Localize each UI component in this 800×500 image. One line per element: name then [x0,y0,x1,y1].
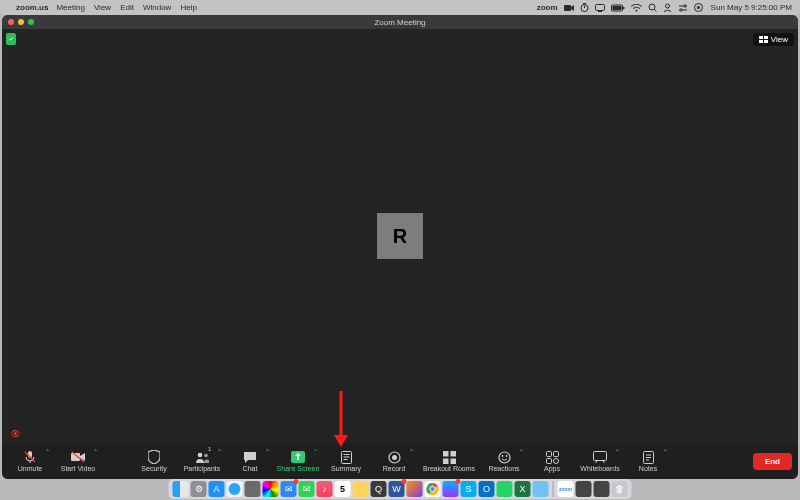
apps-button[interactable]: Apps [530,445,574,477]
security-label: Security [141,465,166,472]
dock-excel-icon[interactable]: X [515,481,531,497]
dock-settings-icon[interactable]: ⚙ [191,481,207,497]
svg-point-30 [204,454,208,458]
dock-app-icon[interactable] [594,481,610,497]
dock-mail-icon[interactable]: ✉ [281,481,297,497]
dock-notes-icon[interactable] [353,481,369,497]
svg-rect-39 [450,451,456,457]
dock-word-icon[interactable]: W [389,481,405,497]
svg-line-11 [654,9,656,11]
dock-folder-icon[interactable] [533,481,549,497]
zoom-window-title: Zoom Meeting [2,18,798,27]
reactions-button[interactable]: Reactions ⌃ [482,445,526,477]
dock-chrome-icon[interactable] [425,481,441,497]
svg-rect-41 [450,458,456,464]
chat-icon [243,450,257,464]
chevron-up-icon[interactable]: ⌃ [313,448,318,455]
svg-rect-38 [443,451,449,457]
chevron-up-icon[interactable]: ⌃ [93,448,98,455]
svg-rect-0 [564,5,571,11]
menubar-camera-icon[interactable] [564,4,574,12]
chevron-up-icon[interactable]: ⌃ [519,448,524,455]
menubar-clock[interactable]: Sun May 5 9:25:00 PM [711,3,792,12]
summary-label: Summary [331,465,361,472]
dock-quicktime-icon[interactable]: Q [371,481,387,497]
share-screen-label: Share Screen [277,465,320,472]
whiteboards-label: Whiteboards [580,465,619,472]
dock-zoom-icon[interactable]: zoom [558,481,574,497]
menubar-zoom-brand[interactable]: zoom [537,3,558,12]
whiteboards-button[interactable]: Whiteboards ⌃ [578,445,622,477]
menubar-item-edit[interactable]: Edit [120,3,134,12]
dock-finder-icon[interactable] [173,481,189,497]
chevron-up-icon[interactable]: ⌃ [663,448,668,455]
zoom-toolbar: Unmute ⌃ Start Video ⌃ Security Particip… [2,443,798,479]
menubar-wifi-icon[interactable] [631,4,642,12]
zoom-window: Zoom Meeting View R ⦿ Unmute ⌃ Start Vid… [2,15,798,479]
participant-avatar: R [377,213,423,259]
grid-icon [759,36,768,43]
dock-calendar-icon[interactable]: 5 [335,481,351,497]
dock-safari-icon[interactable] [227,481,243,497]
view-button[interactable]: View [753,33,794,46]
dock-skype-icon[interactable]: S [461,481,477,497]
participants-button[interactable]: Participants ⌃ 1 [180,445,224,477]
chevron-up-icon[interactable]: ⌃ [409,448,414,455]
dock-outlook-icon[interactable]: O [479,481,495,497]
start-video-button[interactable]: Start Video ⌃ [56,445,100,477]
summary-button[interactable]: Summary [324,445,368,477]
unmute-button[interactable]: Unmute ⌃ [8,445,52,477]
encryption-shield-icon[interactable] [6,33,16,45]
menubar-siri-icon[interactable] [694,3,703,12]
svg-rect-45 [546,451,551,456]
summary-icon [339,450,353,464]
svg-point-16 [679,8,681,10]
dock-music-icon[interactable]: ♪ [317,481,333,497]
chevron-up-icon[interactable]: ⌃ [265,448,270,455]
svg-point-48 [553,458,558,463]
menubar-item-help[interactable]: Help [180,3,196,12]
svg-rect-4 [595,4,604,10]
chevron-up-icon[interactable]: ⌃ [615,448,620,455]
apps-label: Apps [544,465,560,472]
svg-line-50 [596,461,598,463]
share-screen-button[interactable]: Share Screen ⌃ [276,445,320,477]
dock-colorwheel-icon[interactable] [263,481,279,497]
svg-point-56 [229,483,241,495]
dock-whatsapp-icon[interactable] [497,481,513,497]
zoom-video-area: View R ⦿ [2,29,798,443]
notes-button[interactable]: Notes ⌃ [626,445,670,477]
record-button[interactable]: Record ⌃ [372,445,416,477]
dock-firefox-icon[interactable] [407,481,423,497]
svg-point-43 [501,455,503,457]
menubar-battery-icon[interactable] [611,4,625,12]
svg-point-12 [665,4,669,8]
dock-messenger-icon[interactable] [443,481,459,497]
menubar-item-view[interactable]: View [94,3,111,12]
menubar-user-icon[interactable] [663,3,672,12]
chat-button[interactable]: Chat ⌃ [228,445,272,477]
chevron-up-icon[interactable]: ⌃ [45,448,50,455]
menubar-item-meeting[interactable]: Meeting [56,3,84,12]
chevron-up-icon[interactable]: ⌃ [217,448,222,455]
dock-trash-icon[interactable]: 🗑 [612,481,628,497]
end-button[interactable]: End [753,453,792,470]
security-button[interactable]: Security [132,445,176,477]
dock-preview-icon[interactable] [245,481,261,497]
zoom-titlebar: Zoom Meeting [2,15,798,29]
menubar-display-icon[interactable] [595,4,605,12]
end-button-label: End [765,457,780,466]
start-video-label: Start Video [61,465,96,472]
svg-rect-46 [553,451,558,456]
dock-appstore-icon[interactable]: A [209,481,225,497]
recording-indicator-icon: ⦿ [11,429,20,439]
menubar-app-name[interactable]: zoom.us [16,3,48,12]
menubar-control-center-icon[interactable] [678,4,688,12]
menubar-timer-icon[interactable] [580,3,589,12]
avatar-initial: R [393,225,407,248]
dock-app-icon[interactable] [576,481,592,497]
menubar-item-window[interactable]: Window [143,3,171,12]
dock-messages-icon[interactable]: ✉ [299,481,315,497]
menubar-search-icon[interactable] [648,3,657,12]
breakout-rooms-button[interactable]: Breakout Rooms [420,445,478,477]
